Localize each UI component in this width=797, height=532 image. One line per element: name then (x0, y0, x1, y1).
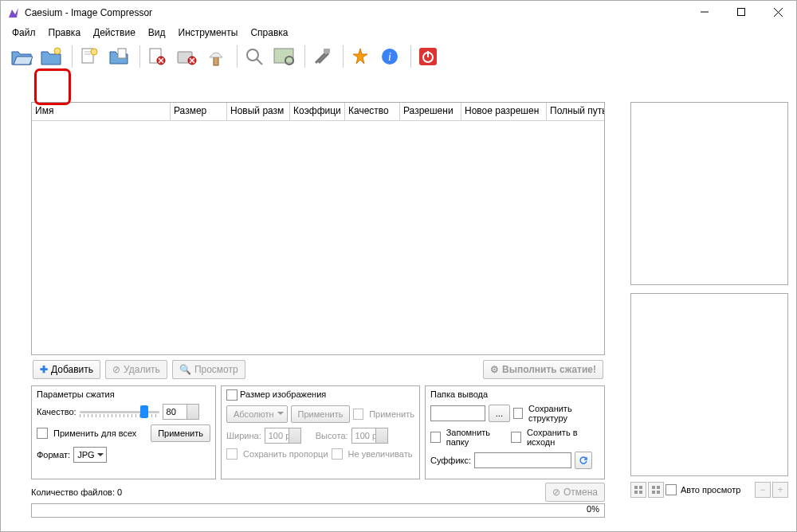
width-label: Ширина: (226, 431, 261, 440)
col-path[interactable]: Полный путь (547, 103, 604, 120)
apply-all-checkbox[interactable] (37, 428, 48, 439)
exit-button[interactable] (415, 44, 441, 69)
menu-view[interactable]: Вид (142, 25, 172, 40)
col-name[interactable]: Имя (32, 103, 171, 120)
minimize-button[interactable] (686, 1, 723, 23)
file-list[interactable]: Имя Размер Новый разм Коэффици Качество … (31, 102, 605, 355)
toolbar: i (1, 41, 796, 72)
resize-mode-select[interactable]: Абсолютн (226, 405, 288, 423)
col-size[interactable]: Размер (171, 103, 227, 120)
col-newres[interactable]: Новое разрешен (461, 103, 547, 120)
preview-list-button[interactable]: 🔍Просмотр (172, 360, 245, 379)
svg-rect-21 (274, 49, 293, 63)
suffix-input[interactable] (474, 452, 571, 468)
menu-action[interactable]: Действие (87, 25, 142, 40)
open-file-button[interactable] (9, 44, 34, 69)
menubar: Файл Правка Действие Вид Инструменты Спр… (1, 25, 796, 41)
update-button[interactable] (347, 44, 373, 69)
svg-rect-32 (634, 486, 638, 489)
apply-all-label: Применить для всех (53, 428, 136, 438)
suffix-label: Суффикс: (430, 456, 471, 465)
auto-preview-checkbox[interactable] (665, 484, 677, 495)
fit-compressed-button[interactable] (648, 482, 664, 498)
svg-point-4 (54, 48, 61, 54)
delete-button[interactable]: ⊘Удалить (105, 360, 167, 379)
quality-slider[interactable] (80, 405, 159, 418)
keep-structure-checkbox[interactable] (513, 408, 523, 419)
file-count-status: Количество файлов: 0 (31, 487, 122, 497)
svg-rect-36 (652, 486, 655, 489)
quality-spin[interactable]: 80 (163, 404, 199, 420)
about-button[interactable]: i (377, 44, 402, 69)
preview-compressed (630, 293, 788, 476)
svg-marker-26 (353, 49, 367, 64)
preview-button[interactable] (271, 44, 296, 69)
new-list-button[interactable] (77, 44, 102, 69)
svg-line-20 (257, 59, 262, 65)
keep-aspect-label: Сохранить пропорци (243, 449, 328, 459)
progress-bar: 0% (31, 503, 605, 518)
remove-from-disk-button[interactable] (174, 44, 199, 69)
svg-rect-34 (634, 491, 638, 494)
app-icon (7, 6, 20, 19)
browse-button[interactable]: ... (489, 405, 510, 422)
maximize-button[interactable] (723, 1, 760, 23)
output-panel: Папка вывода ... Сохранить структуру Зап… (425, 385, 605, 479)
apply-quality-button[interactable]: Применить (151, 424, 210, 442)
resize-enable-checkbox[interactable] (226, 389, 238, 401)
same-folder-label: Сохранить в исходн (527, 428, 599, 447)
svg-rect-39 (657, 491, 660, 494)
close-button[interactable] (760, 1, 796, 23)
open-folder-button[interactable] (38, 44, 64, 69)
zoom-in-button[interactable]: + (772, 482, 788, 498)
height-label: Высота: (316, 431, 348, 440)
fit-original-button[interactable] (630, 482, 646, 498)
resize-panel: Размер изображения Абсолютн Применить Пр… (221, 385, 420, 479)
zoom-out-button[interactable]: − (755, 482, 771, 498)
add-button[interactable]: ✚Добавить (33, 360, 100, 379)
remove-item-button[interactable] (144, 44, 170, 69)
output-title: Папка вывода (430, 389, 599, 399)
file-list-header: Имя Размер Новый разм Коэффици Качество … (32, 103, 604, 121)
svg-rect-1 (738, 9, 745, 16)
output-path-input[interactable] (430, 405, 485, 421)
format-select[interactable]: JPG (73, 447, 106, 463)
app-window: Caesium - Image Compressor Файл Правка Д… (0, 0, 797, 532)
remember-folder-checkbox[interactable] (430, 432, 441, 443)
svg-rect-18 (214, 57, 218, 65)
compress-button[interactable]: ⚙Выполнить сжатие! (483, 360, 603, 379)
col-res[interactable]: Разрешени (400, 103, 461, 120)
svg-rect-38 (652, 491, 655, 494)
svg-rect-37 (657, 486, 660, 489)
menu-tools[interactable]: Инструменты (172, 25, 245, 40)
menu-edit[interactable]: Правка (42, 25, 88, 40)
suffix-reset-button[interactable] (575, 452, 592, 469)
progress-pct: 0% (587, 504, 599, 514)
svg-text:i: i (388, 51, 391, 63)
clear-list-button[interactable] (203, 44, 229, 69)
col-quality[interactable]: Качество (345, 103, 400, 120)
cancel-button[interactable]: ⊘Отмена (545, 483, 605, 502)
same-folder-checkbox[interactable] (511, 432, 521, 443)
quality-label: Качество: (37, 407, 77, 417)
window-title: Caesium - Image Compressor (25, 7, 152, 18)
keep-aspect-checkbox[interactable] (226, 448, 238, 460)
menu-help[interactable]: Справка (244, 25, 294, 40)
no-enlarge-label: Не увеличивать (348, 449, 413, 459)
highlight-annotation (34, 68, 71, 105)
col-ratio[interactable]: Коэффици (290, 103, 345, 120)
resize-apply-check[interactable] (353, 409, 363, 420)
svg-point-8 (91, 49, 97, 55)
col-newsize[interactable]: Новый разм (227, 103, 290, 120)
settings-button[interactable] (309, 44, 335, 69)
resize-title: Размер изображения (240, 389, 326, 399)
compression-title: Параметры сжатия (37, 389, 210, 399)
open-list-button[interactable] (106, 44, 132, 69)
zoom-button[interactable] (241, 44, 267, 69)
preview-original (630, 102, 788, 285)
height-spin[interactable]: 100 px (351, 428, 388, 444)
resize-apply-button[interactable]: Применить (291, 405, 351, 423)
width-spin[interactable]: 100 px (265, 428, 301, 444)
menu-file[interactable]: Файл (6, 25, 42, 40)
no-enlarge-checkbox[interactable] (332, 448, 343, 460)
